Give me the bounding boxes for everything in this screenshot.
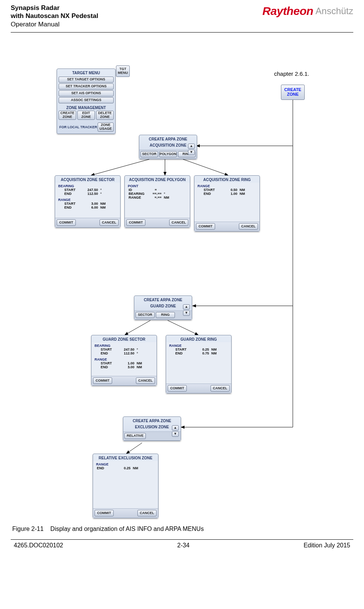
acq-ring-title: ACQUISITION ZONE RING [194,176,260,183]
excl-down-icon[interactable]: ▼ [172,431,179,437]
excl-relative-tab[interactable]: RELATIVE [124,433,146,439]
gr-cancel[interactable]: CANCEL [211,385,230,392]
gs-re-u: NM [137,365,144,369]
gs-be-u: ° [137,351,144,355]
acquisition-selector: CREATE ARPA ZONE ACQUISITION ZONE ▲ ▼ SE… [139,135,197,159]
rel-excl-panel: RELATIVE EXCLUSION ZONE RANGE END0.25NM … [93,454,158,518]
b-start-u: ° [100,188,107,192]
gs-commit[interactable]: COMMIT [93,377,112,384]
tgt-menu-button[interactable]: TGTMENU [116,65,130,77]
ar-start-v: 0.50 [222,188,237,192]
target-menu-title: TARGET MENU [57,69,115,76]
footer-page-number: 2-34 [177,542,189,549]
excl-up-icon[interactable]: ▲ [172,425,179,431]
brand-logos: Raytheon Anschütz [263,5,353,18]
assoc-settings[interactable]: ASSOC SETTINGS [59,97,114,103]
guard-up-icon[interactable]: ▲ [183,304,190,310]
poly-id-v: = [150,188,162,192]
guard-ring-tab[interactable]: RING [156,312,175,318]
r-end-l: END [64,206,80,209]
guard-sector-panel: GUARD ZONE SECTOR BEARING START247.50° E… [91,335,157,386]
acq-ring-range-label: RANGE [198,184,256,188]
poly-rng-v: =.== [150,196,162,199]
acq-sector-tab[interactable]: SECTOR [140,151,158,157]
gr-re-l: END [175,351,191,355]
r-start-v: 3.00 [83,202,98,206]
chapter-reference: chapter 2.6.1. [274,70,309,77]
gs-re-l: END [101,365,117,369]
acq-up-icon[interactable]: ▲ [188,144,195,149]
poly-rng-u: NM [164,196,171,199]
edit-zone[interactable]: EDITZONE [77,111,95,120]
caz-title-2: CREATE ARPA ZONE [134,296,192,303]
set-ais-options[interactable]: SET AIS OPTIONS [59,90,114,96]
guard-sector-title: GUARD ZONE SECTOR [91,335,157,342]
gr-range-label: RANGE [169,344,228,348]
acq-polygon-panel: ACQUISITION ZONE POLYGON POINT ID= BEARI… [124,175,190,228]
gs-bs-u: ° [137,348,144,351]
caz-title-3: CREATE ARPA ZONE [123,417,181,424]
raytheon-logo: Raytheon [263,5,313,18]
doc-title-block: Synapsis Radar with Nautoscan NX Pedesta… [11,4,98,28]
svg-line-9 [126,443,142,454]
footer-doc-number: 4265.DOC020102 [14,542,63,549]
zone-usage[interactable]: ZONEUSAGE [98,122,114,132]
gr-commit[interactable]: COMMIT [168,385,187,392]
poly-brg-u: ° [164,192,171,196]
b-end-l: END [64,192,80,196]
acq-ring-cancel[interactable]: CANCEL [239,223,258,230]
gr-re-u: NM [211,351,218,355]
gs-bs-l: START [101,348,117,351]
local-tracker-label: FOR LOCAL TRACKER [59,125,97,129]
create-zone-small[interactable]: CREATEZONE [59,111,76,120]
ar-start-u: NM [240,188,246,192]
delete-zone[interactable]: DELETEZONE [96,111,114,120]
guard-selector: CREATE ARPA ZONE GUARD ZONE ▲ ▼ SECTOR R… [134,296,192,320]
gr-rs-u: NM [211,348,218,351]
doc-title-3: Operator Manual [11,21,60,28]
caz-title-1: CREATE ARPA ZONE [139,135,197,142]
re-commit[interactable]: COMMIT [95,510,114,516]
svg-line-8 [168,320,198,335]
create-zone-button[interactable]: CREATEZONE [281,85,305,100]
set-tracker-options[interactable]: SET TRACKER OPTIONS [59,83,114,90]
gs-range-label: RANGE [95,358,153,361]
acq-sector-panel: ACQUISITION ZONE SECTOR BEARING START247… [55,175,121,228]
poly-id-l: ID [129,188,148,192]
gr-rs-l: START [175,348,191,351]
guard-down-icon[interactable]: ▼ [183,310,190,316]
zone-management-label: ZONE MANAGEMENT [57,104,115,111]
figure-text: Display and organization of AIS INFO and… [51,526,204,532]
gs-cancel[interactable]: CANCEL [136,377,155,384]
gs-be-l: END [101,351,117,355]
gs-bearing-label: BEARING [95,344,153,348]
re-end-v: 0.25 [115,466,131,470]
acq-sector-commit[interactable]: COMMIT [57,219,76,226]
r-start-l: START [64,202,80,206]
r-end-u: NM [100,206,107,209]
doc-title-2: with Nautoscan NX Pedestal [11,12,98,20]
poly-brg-l: BEARING [129,192,148,196]
acq-poly-commit[interactable]: COMMIT [126,219,145,226]
bearing-label: BEARING [58,184,117,188]
svg-line-7 [125,320,150,335]
guard-ring-panel: GUARD ZONE RING RANGE START0.25NM END0.7… [166,335,232,393]
gr-re-v: 0.75 [194,351,209,355]
acq-sector-title: ACQUISITION ZONE SECTOR [55,176,120,183]
re-cancel[interactable]: CANCEL [137,510,157,516]
acq-poly-cancel[interactable]: CANCEL [169,219,188,226]
set-target-options[interactable]: SET TARGET OPTIONS [59,77,114,83]
ar-start-l: START [204,188,220,192]
acq-polygon-tab[interactable]: POLYGON [159,151,177,157]
svg-line-6 [183,159,228,175]
acq-ring-panel: ACQUISITION ZONE RING RANGE START0.50NM … [194,175,260,232]
acq-ring-commit[interactable]: COMMIT [196,223,215,230]
guard-sector-tab[interactable]: SECTOR [135,312,155,318]
gr-rs-v: 0.25 [194,348,209,351]
target-menu-panel: TARGET MENU SET TARGET OPTIONS SET TRACK… [57,69,116,134]
point-label: POINT [128,184,187,188]
ar-end-u: NM [240,192,246,196]
acq-down-icon[interactable]: ▼ [188,150,195,155]
acq-sector-cancel[interactable]: CANCEL [100,219,119,226]
svg-line-4 [91,159,149,175]
